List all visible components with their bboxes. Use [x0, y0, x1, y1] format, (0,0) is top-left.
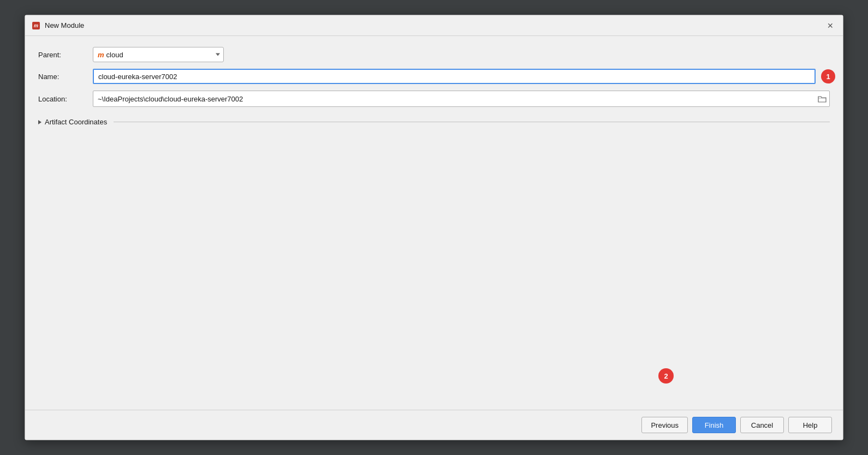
- maven-m-icon: m: [98, 51, 104, 59]
- name-label: Name:: [38, 73, 93, 81]
- browse-folder-button[interactable]: [815, 92, 829, 106]
- artifact-divider: [114, 122, 830, 122]
- body-spacer: [38, 128, 830, 399]
- parent-value: cloud: [106, 51, 123, 59]
- folder-icon: [818, 95, 827, 103]
- maven-icon: m: [32, 22, 40, 29]
- location-label: Location:: [38, 95, 93, 103]
- parent-label: Parent:: [38, 51, 93, 59]
- parent-dropdown[interactable]: m cloud: [93, 47, 224, 62]
- annotation-badge-2: 2: [658, 368, 674, 384]
- location-row: Location:: [38, 91, 830, 107]
- location-input-wrapper: [93, 91, 830, 107]
- name-row: Name: 1: [38, 69, 830, 84]
- title-bar: m New Module ✕: [25, 15, 843, 36]
- cancel-button[interactable]: Cancel: [740, 417, 784, 433]
- previous-button[interactable]: Previous: [641, 417, 688, 433]
- artifact-expand-icon: [38, 120, 41, 124]
- parent-control: m cloud: [93, 47, 830, 62]
- help-button[interactable]: Help: [788, 417, 832, 433]
- parent-row: Parent: m cloud: [38, 47, 830, 62]
- artifact-section: Artifact Coordinates: [38, 116, 830, 128]
- name-control: [93, 69, 816, 84]
- dialog-icon: m: [32, 21, 40, 30]
- title-bar-left: m New Module: [32, 21, 84, 30]
- dialog-body: Parent: m cloud Name: 1 Location:: [25, 36, 843, 410]
- annotation-badge-1: 1: [821, 69, 835, 83]
- close-button[interactable]: ✕: [824, 20, 836, 32]
- dialog-title: New Module: [45, 21, 84, 29]
- location-input[interactable]: [93, 91, 815, 106]
- artifact-label: Artifact Coordinates: [45, 118, 107, 126]
- location-control: [93, 91, 830, 107]
- dropdown-arrow-icon: [216, 53, 220, 56]
- name-input[interactable]: [93, 69, 816, 84]
- dialog-footer: Previous Finish Cancel Help: [25, 410, 843, 440]
- new-module-dialog: m New Module ✕ Parent: m cloud Name:: [25, 15, 843, 440]
- artifact-header[interactable]: Artifact Coordinates: [38, 116, 830, 128]
- finish-button[interactable]: Finish: [692, 417, 736, 433]
